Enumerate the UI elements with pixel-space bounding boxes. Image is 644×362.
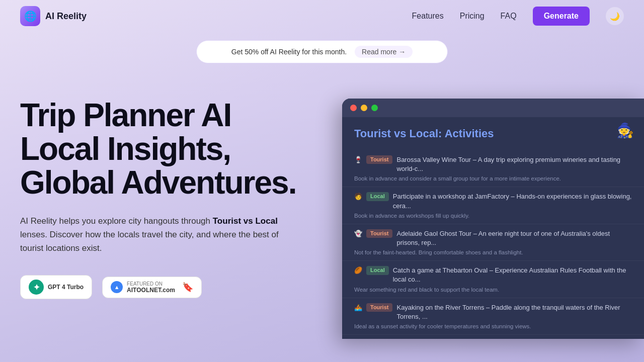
activity-row-3: 👻 Tourist Adelaide Gaol Ghost Tour – An … <box>354 229 632 247</box>
logo-icon: 🌐 <box>20 6 40 26</box>
hero-highlight: Tourist vs Local <box>213 216 278 226</box>
aitoolnet-bookmark-icon: 🔖 <box>182 282 193 293</box>
nav-right: Features Pricing FAQ Generate 🌙 <box>412 7 624 26</box>
hero-subtitle-after: lenses. Discover how the locals travel t… <box>20 230 279 253</box>
promo-text: Get 50% off AI Reelity for this month. <box>231 48 347 56</box>
activity-item-2: 🧑 Local Participate in a workshop at Jam… <box>342 187 644 224</box>
activity-emoji-4: 🏉 <box>354 266 362 275</box>
hero-left: Trip Planner AI Local Insights, Global A… <box>20 94 296 299</box>
activity-item-5: 🚣 Tourist Kayaking on the River Torrens … <box>342 298 644 335</box>
badge-gpt-label: GPT 4 Turbo <box>48 284 84 291</box>
app-window: Tourist vs Local: Activities 🧙 🍷 Tourist… <box>342 99 644 339</box>
aitoolnet-icon: ▲ <box>111 281 123 293</box>
activity-text-2: Participate in a workshop at JamFactory … <box>393 192 632 210</box>
activity-row-5: 🚣 Tourist Kayaking on the River Torrens … <box>354 303 632 321</box>
hero-title-line3: Global Adventures. <box>20 164 296 201</box>
generate-button[interactable]: Generate <box>533 7 590 26</box>
window-titlebar <box>342 99 644 117</box>
tag-local-4: Local <box>366 266 389 275</box>
navbar: 🌐 AI Reelity Features Pricing FAQ Genera… <box>0 0 644 32</box>
tag-tourist-3: Tourist <box>366 229 392 238</box>
activity-emoji-3: 👻 <box>354 229 362 238</box>
activity-text-1: Barossa Valley Wine Tour – A day trip ex… <box>396 155 632 173</box>
nav-faq[interactable]: FAQ <box>501 12 517 21</box>
activity-text-4: Catch a game at Thebarton Oval – Experie… <box>393 266 632 284</box>
logo-area[interactable]: 🌐 AI Reelity <box>20 6 87 26</box>
aitoolnet-line2: AITOOLNET.com <box>127 287 175 294</box>
window-dot-red <box>350 105 357 111</box>
hero-subtitle: AI Reelity helps you explore city hangou… <box>20 214 282 255</box>
activity-note-3: Not for the faint-hearted. Bring comfort… <box>354 249 632 255</box>
logo-text: AI Reelity <box>45 11 87 22</box>
aitoolnet-line1: FEATURED ON <box>127 281 175 287</box>
activity-item-4: 🏉 Local Catch a game at Thebarton Oval –… <box>342 261 644 298</box>
activity-emoji-5: 🚣 <box>354 303 362 312</box>
activity-row-2: 🧑 Local Participate in a workshop at Jam… <box>354 192 632 210</box>
activity-emoji-2: 🧑 <box>354 192 362 201</box>
promo-link[interactable]: Read more → <box>355 46 413 58</box>
activity-text-3: Adelaide Gaol Ghost Tour – An eerie nigh… <box>396 229 632 247</box>
badges: ✦ GPT 4 Turbo ▲ FEATURED ON AITOOLNET.co… <box>20 275 296 299</box>
hero-section: Trip Planner AI Local Insights, Global A… <box>0 63 644 299</box>
activity-text-5: Kayaking on the River Torrens – Paddle a… <box>396 303 632 321</box>
window-title: Tourist vs Local: Activities <box>342 117 644 146</box>
activity-note-5: Ideal as a sunset activity for cooler te… <box>354 323 632 329</box>
window-dot-green <box>371 105 378 111</box>
window-body: 🍷 Tourist Barossa Valley Wine Tour – A d… <box>342 146 644 339</box>
gpt-icon: ✦ <box>29 280 44 295</box>
window-title-text: Tourist vs Local: <box>354 127 442 140</box>
activity-item-1: 🍷 Tourist Barossa Valley Wine Tour – A d… <box>342 150 644 187</box>
activity-row-1: 🍷 Tourist Barossa Valley Wine Tour – A d… <box>354 155 632 173</box>
activity-row-4: 🏉 Local Catch a game at Thebarton Oval –… <box>354 266 632 284</box>
activity-item-3: 👻 Tourist Adelaide Gaol Ghost Tour – An … <box>342 224 644 261</box>
hero-title-line1: Trip Planner AI <box>20 97 231 133</box>
hero-subtitle-before: AI Reelity helps you explore city hangou… <box>20 216 210 226</box>
dark-mode-toggle[interactable]: 🌙 <box>606 7 624 25</box>
nav-features[interactable]: Features <box>412 12 444 21</box>
promo-banner: Get 50% off AI Reelity for this month. R… <box>196 40 448 63</box>
activity-emoji-1: 🍷 <box>354 155 362 164</box>
tag-tourist-5: Tourist <box>366 303 392 312</box>
activity-note-2: Book in advance as workshops fill up qui… <box>354 213 632 219</box>
badge-aitoolnet: ▲ FEATURED ON AITOOLNET.com 🔖 <box>102 277 202 298</box>
badge-gpt4: ✦ GPT 4 Turbo <box>20 275 92 299</box>
window-dot-yellow <box>361 105 367 111</box>
tag-tourist-1: Tourist <box>366 155 392 164</box>
window-title-highlight: Activities <box>445 127 494 140</box>
hero-title-line2: Local Insights, <box>20 131 230 167</box>
tag-local-2: Local <box>366 192 389 201</box>
hero-title: Trip Planner AI Local Insights, Global A… <box>20 99 296 200</box>
activity-note-4: Wear something red and black to support … <box>354 287 632 293</box>
aitoolnet-text: FEATURED ON AITOOLNET.com <box>127 281 175 294</box>
nav-pricing[interactable]: Pricing <box>460 12 485 21</box>
character-icon: 🧙 <box>616 122 634 139</box>
activity-note-1: Book in advance and consider a small gro… <box>354 175 632 182</box>
